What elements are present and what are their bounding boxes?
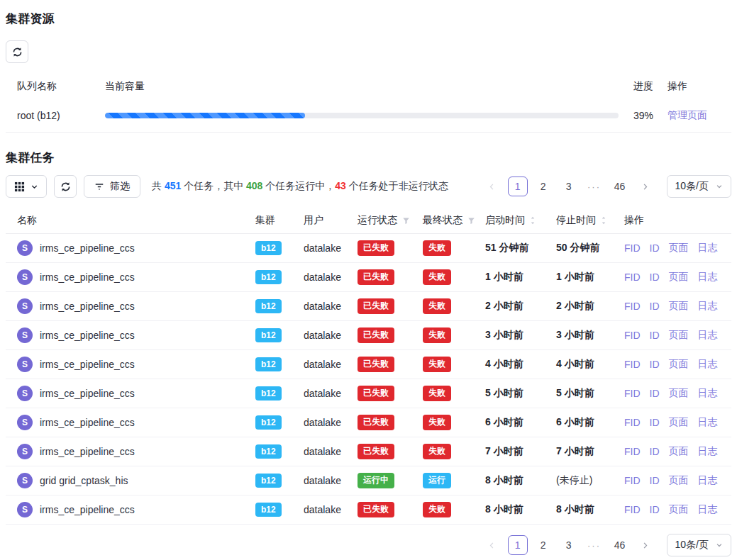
fid-link[interactable]: FID (624, 446, 641, 457)
page-link[interactable]: 页面 (669, 503, 689, 516)
prev-page-button[interactable] (482, 535, 502, 555)
resources-refresh-button[interactable] (6, 40, 28, 63)
stop-time: (未停止) (556, 474, 592, 486)
id-link[interactable]: ID (650, 388, 660, 399)
page-button-last[interactable]: 46 (610, 535, 630, 555)
filter-funnel-icon[interactable] (402, 217, 410, 225)
run-status-badge: 已失败 (358, 327, 394, 343)
fid-link[interactable]: FID (624, 504, 641, 515)
next-page-button[interactable] (636, 535, 655, 555)
task-name: irms_ce_pipeline_ccs (40, 359, 135, 370)
log-link[interactable]: 日志 (698, 445, 718, 458)
id-link[interactable]: ID (650, 330, 660, 341)
log-link[interactable]: 日志 (698, 474, 718, 487)
page-link[interactable]: 页面 (669, 271, 689, 284)
page-ellipsis[interactable]: ··· (584, 535, 604, 555)
log-link[interactable]: 日志 (698, 503, 718, 516)
spark-avatar: S (17, 357, 33, 372)
row-actions: FIDID页面日志 (624, 271, 731, 284)
row-actions: FIDID页面日志 (624, 387, 731, 400)
page-button-1[interactable]: 1 (508, 177, 528, 196)
resource-row: root (b12) 39% 管理页面 (6, 99, 731, 133)
tasks-refresh-button[interactable] (54, 175, 77, 198)
fid-link[interactable]: FID (624, 242, 641, 254)
log-link[interactable]: 日志 (698, 387, 718, 400)
page-link[interactable]: 页面 (669, 358, 689, 371)
log-link[interactable]: 日志 (698, 300, 718, 313)
spark-avatar: S (17, 415, 33, 430)
page-button-last[interactable]: 46 (610, 177, 630, 196)
page-link[interactable]: 页面 (669, 474, 689, 487)
fid-link[interactable]: FID (624, 301, 641, 312)
queue-name: root (b12) (6, 110, 94, 121)
tasks-toolbar: 筛选 共 451 个任务，其中 408 个任务运行中，43 个任务处于非运行状态… (6, 175, 731, 198)
id-link[interactable]: ID (650, 359, 660, 370)
cluster-tag: b12 (255, 386, 282, 401)
bottom-pagination-area: 1 2 3 ··· 46 10条/页 (6, 534, 731, 556)
spark-avatar: S (17, 502, 33, 517)
fid-link[interactable]: FID (624, 330, 641, 341)
fid-link[interactable]: FID (624, 359, 641, 370)
cluster-tag: b12 (255, 474, 282, 488)
sorter-icon[interactable] (530, 215, 536, 225)
manage-page-link[interactable]: 管理页面 (667, 109, 707, 121)
page-button-2[interactable]: 2 (533, 535, 553, 555)
id-link[interactable]: ID (650, 475, 660, 486)
page-link[interactable]: 页面 (669, 242, 689, 254)
final-status-header[interactable]: 最终状态 (423, 214, 485, 227)
log-link[interactable]: 日志 (698, 358, 718, 371)
page-link[interactable]: 页面 (669, 300, 689, 313)
task-name: irms_ce_pipeline_ccs (40, 330, 135, 341)
page-ellipsis[interactable]: ··· (584, 177, 604, 196)
next-page-button[interactable] (636, 177, 655, 196)
filter-funnel-icon[interactable] (467, 217, 475, 225)
id-link[interactable]: ID (650, 417, 660, 428)
page-link[interactable]: 页面 (669, 329, 689, 342)
run-status-badge: 已失败 (358, 386, 394, 401)
page-button-2[interactable]: 2 (533, 177, 553, 196)
start-time-header[interactable]: 启动时间 (485, 214, 556, 227)
task-name: irms_ce_pipeline_ccs (40, 417, 135, 428)
queue-name-header: 队列名称 (6, 80, 94, 93)
cluster-tag: b12 (255, 415, 282, 430)
log-link[interactable]: 日志 (698, 329, 718, 342)
final-status-badge: 失败 (423, 357, 451, 372)
fid-link[interactable]: FID (624, 475, 641, 486)
page-link[interactable]: 页面 (669, 416, 689, 429)
user-name: datalake (304, 301, 358, 312)
id-link[interactable]: ID (650, 504, 660, 515)
page-link[interactable]: 页面 (669, 445, 689, 458)
final-status-badge: 失败 (423, 298, 451, 314)
filter-button-label: 筛选 (110, 180, 130, 193)
final-status-badge: 运行 (423, 473, 451, 488)
stop-time-header[interactable]: 停止时间 (556, 214, 624, 227)
page-button-3[interactable]: 3 (559, 535, 579, 555)
page-button-3[interactable]: 3 (559, 177, 579, 196)
spark-avatar: S (17, 444, 33, 459)
prev-page-button[interactable] (482, 177, 502, 196)
id-link[interactable]: ID (650, 242, 660, 254)
filter-button[interactable]: 筛选 (84, 175, 140, 198)
id-link[interactable]: ID (650, 446, 660, 457)
id-link[interactable]: ID (650, 271, 660, 283)
log-link[interactable]: 日志 (698, 271, 718, 284)
id-link[interactable]: ID (650, 301, 660, 312)
page-link[interactable]: 页面 (669, 387, 689, 400)
fid-link[interactable]: FID (624, 417, 641, 428)
page-size-select[interactable]: 10条/页 (667, 175, 731, 198)
user-name: datalake (304, 475, 358, 486)
sorter-icon[interactable] (601, 215, 606, 225)
task-row: S irms_ce_pipeline_ccs b12 datalake 已失败 … (6, 234, 731, 263)
chevron-down-icon (716, 542, 723, 549)
column-settings-button[interactable] (6, 175, 47, 198)
task-count-summary: 共 451 个任务，其中 408 个任务运行中，43 个任务处于非运行状态 (152, 180, 448, 193)
run-status-header[interactable]: 运行状态 (358, 214, 423, 227)
log-link[interactable]: 日志 (698, 242, 718, 254)
page-size-select[interactable]: 10条/页 (667, 534, 731, 556)
log-link[interactable]: 日志 (698, 416, 718, 429)
page-button-1[interactable]: 1 (508, 535, 528, 555)
task-name: grid grid_cptask_his (40, 475, 128, 486)
resources-table: 队列名称 当前容量 进度 操作 root (b12) 39% 管理页面 (6, 74, 731, 133)
fid-link[interactable]: FID (624, 388, 641, 399)
fid-link[interactable]: FID (624, 271, 641, 283)
